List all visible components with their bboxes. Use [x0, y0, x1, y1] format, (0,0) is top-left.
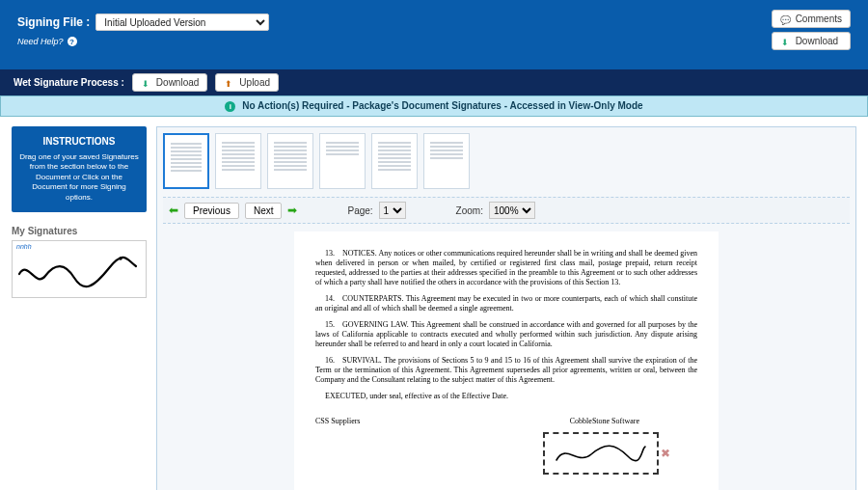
- notification-text: No Action(s) Required - Package's Docume…: [242, 100, 642, 111]
- need-help-link[interactable]: Need Help? ?: [17, 37, 77, 46]
- saved-signature[interactable]: nnhh: [12, 240, 147, 298]
- paragraph-16: 16. SURVIVAL. The provisions of Sections…: [315, 356, 697, 385]
- comments-icon: [780, 14, 790, 24]
- document-page[interactable]: 13. NOTICES. Any notices or other commun…: [294, 231, 719, 490]
- signature-drop-zone[interactable]: ✖: [543, 432, 659, 475]
- next-button[interactable]: Next: [245, 203, 283, 219]
- comments-button[interactable]: Comments: [772, 10, 851, 28]
- party-b: CobbleStone Software: [570, 417, 639, 426]
- page-select[interactable]: 1: [379, 202, 406, 219]
- notification-banner: i No Action(s) Required - Package's Docu…: [0, 95, 868, 117]
- remove-signature-icon[interactable]: ✖: [661, 447, 670, 461]
- upload-icon: [224, 78, 233, 88]
- paragraph-14: 14. COUNTERPARTS. This Agreement may be …: [315, 294, 697, 313]
- signing-file-label: Signing File :: [17, 15, 90, 29]
- instructions-body: Drag one of your saved Signatures from t…: [19, 152, 139, 203]
- party-a: CSS Suppliers: [315, 417, 360, 426]
- my-signatures-title: My Signatures: [12, 226, 147, 236]
- svg-point-0: [119, 257, 122, 259]
- download-button-header[interactable]: Download: [772, 32, 851, 50]
- signature-glyph-icon: [16, 255, 142, 293]
- wet-download-button[interactable]: Download: [132, 73, 207, 92]
- document-viewer: ⬅ Previous Next ➡ Page: 1 Zoom: 100% 13.…: [156, 126, 856, 490]
- page-thumbnail-5[interactable]: [371, 133, 418, 189]
- page-thumbnail-2[interactable]: [215, 133, 261, 189]
- info-icon: i: [225, 101, 235, 112]
- page-thumbnail-4[interactable]: [319, 133, 366, 189]
- zoom-select[interactable]: 100%: [489, 202, 535, 219]
- previous-button[interactable]: Previous: [184, 203, 239, 219]
- thumbnail-strip: [163, 133, 850, 193]
- paragraph-13: 13. NOTICES. Any notices or other commun…: [315, 249, 697, 287]
- page-thumbnail-3[interactable]: [267, 133, 313, 189]
- page-thumbnail-1[interactable]: [163, 133, 209, 189]
- zoom-label: Zoom:: [456, 205, 483, 216]
- header-bar: Signing File : Initial Uploaded Version …: [0, 0, 868, 69]
- next-arrow-icon[interactable]: ➡: [287, 204, 297, 217]
- paragraph-15: 15. GOVERNING LAW. This Agreement shall …: [315, 320, 697, 349]
- wet-signature-label: Wet Signature Process :: [14, 77, 124, 88]
- prev-arrow-icon[interactable]: ⬅: [169, 204, 178, 217]
- dropped-signature-icon: [553, 437, 649, 470]
- download-icon: [141, 78, 150, 88]
- page-label: Page:: [347, 205, 372, 216]
- instructions-title: INSTRUCTIONS: [19, 136, 139, 147]
- instructions-panel: INSTRUCTIONS Drag one of your saved Sign…: [12, 126, 147, 212]
- download-icon: [780, 37, 790, 46]
- version-select[interactable]: Initial Uploaded Version: [95, 14, 269, 31]
- help-icon: ?: [68, 37, 77, 46]
- signature-name: nnhh: [16, 243, 32, 250]
- executed-line: EXECUTED, under seal, effective as of th…: [315, 392, 697, 401]
- viewer-toolbar: ⬅ Previous Next ➡ Page: 1 Zoom: 100%: [163, 197, 850, 224]
- wet-upload-button[interactable]: Upload: [215, 73, 279, 92]
- page-thumbnail-6[interactable]: [423, 133, 470, 189]
- wet-signature-bar: Wet Signature Process : Download Upload: [0, 69, 868, 95]
